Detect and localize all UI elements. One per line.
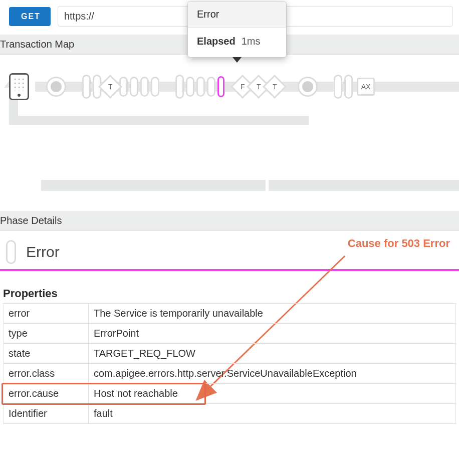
policy-step[interactable]	[140, 77, 149, 97]
return-arrow-icon	[9, 116, 309, 125]
flow-endpoint-end[interactable]	[298, 77, 318, 97]
phase-icon	[6, 240, 16, 264]
property-key: type	[4, 324, 89, 344]
table-row: typeErrorPoint	[4, 324, 456, 344]
property-value: TARGET_REQ_FLOW	[89, 344, 456, 364]
property-value: The Service is temporarily unavailable	[89, 304, 456, 324]
selected-error-step[interactable]	[217, 76, 224, 97]
tooltip-elapsed-label: Elapsed	[197, 36, 236, 47]
policy-step[interactable]	[130, 77, 138, 97]
phase-name: Error	[26, 244, 60, 261]
tooltip-title: Error	[188, 2, 286, 28]
policy-step[interactable]	[175, 75, 184, 99]
properties-heading: Properties	[3, 285, 456, 303]
policy-step[interactable]	[151, 77, 159, 97]
transaction-map: T F T T AX	[0, 55, 459, 145]
policy-step[interactable]	[82, 75, 91, 99]
properties-panel: Properties errorThe Service is temporari…	[0, 271, 459, 429]
policy-step[interactable]	[207, 77, 215, 97]
policy-step[interactable]	[344, 75, 353, 99]
flow-endpoint-start[interactable]	[46, 77, 66, 97]
properties-table: errorThe Service is temporarily unavaila…	[3, 303, 456, 424]
table-row: errorThe Service is temporarily unavaila…	[4, 304, 456, 324]
property-value: fault	[89, 404, 456, 424]
table-row: stateTARGET_REQ_FLOW	[4, 344, 456, 364]
segment-bars	[0, 145, 459, 211]
property-value: Host not reachable	[89, 384, 456, 404]
section-phase-details: Phase Details	[0, 211, 459, 231]
table-row: Identifierfault	[4, 404, 456, 424]
property-key: state	[4, 344, 89, 364]
annotation-label: Cause for 503 Error	[348, 237, 450, 250]
policy-step[interactable]	[334, 75, 342, 99]
error-tooltip: Error Elapsed 1ms	[187, 1, 287, 58]
http-method-button[interactable]: GET	[9, 7, 51, 26]
property-key: error.cause	[4, 384, 89, 404]
tooltip-arrow-icon	[233, 57, 242, 63]
target-box[interactable]: AX	[357, 78, 375, 96]
policy-step[interactable]	[196, 77, 205, 97]
condition-step[interactable]: T	[263, 75, 287, 99]
condition-step[interactable]: T	[98, 75, 122, 99]
segment-bar[interactable]	[41, 180, 266, 191]
property-key: Identifier	[4, 404, 89, 424]
property-key: error	[4, 304, 89, 324]
table-row: error.classcom.apigee.errors.http.server…	[4, 364, 456, 384]
phase-title-row: Error Cause for 503 Error	[0, 231, 459, 269]
policy-step[interactable]	[186, 77, 194, 97]
property-value: ErrorPoint	[89, 324, 456, 344]
tooltip-elapsed-value: 1ms	[242, 36, 261, 47]
property-key: error.class	[4, 364, 89, 384]
table-row: error.causeHost not reachable	[4, 384, 456, 404]
segment-bar[interactable]	[269, 180, 459, 191]
client-device-icon[interactable]	[9, 73, 29, 100]
property-value: com.apigee.errors.http.server.ServiceUna…	[89, 364, 456, 384]
